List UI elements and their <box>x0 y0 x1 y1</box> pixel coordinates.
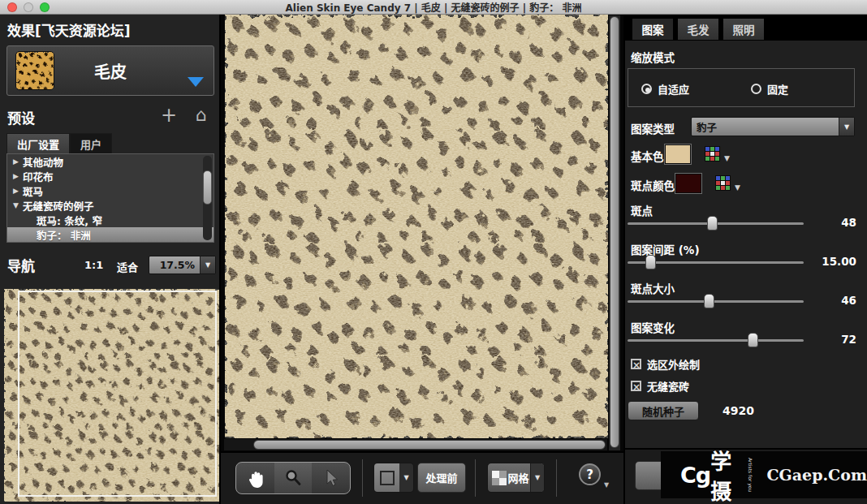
spot-color-palette-arrow-icon[interactable]: ▼ <box>735 183 740 192</box>
tab-user[interactable]: 用户 <box>70 133 112 153</box>
tree-item-label: 豹子： 非洲 <box>37 227 91 243</box>
arrow-tool-button[interactable] <box>312 463 350 493</box>
view-mode-dropdown[interactable]: ▼ <box>373 463 414 493</box>
spacing-slider-thumb[interactable] <box>645 255 656 269</box>
tree-item[interactable]: ▶ 斑马 <box>7 183 214 198</box>
preview-image[interactable] <box>225 15 608 438</box>
spot-size-slider[interactable] <box>628 300 804 303</box>
variation-slider[interactable] <box>628 339 804 342</box>
settings-tabstrip: 图案 毛发 照明 <box>625 15 867 41</box>
title-bar: Alien Skin Eye Candy 7 | 毛皮 | 无缝瓷砖的例子 | … <box>0 0 867 15</box>
checkerboard-icon <box>492 471 507 485</box>
spacing-slider[interactable] <box>628 261 804 264</box>
tree-collapsed-icon[interactable]: ▶ <box>13 172 23 180</box>
close-button[interactable] <box>7 2 17 12</box>
spacing-slider-label: 图案间距 (%) <box>631 241 700 257</box>
help-dropdown-arrow-icon[interactable]: ▼ <box>604 481 609 489</box>
spacing-slider-value: 15.00 <box>808 255 856 268</box>
grid-dropdown-arrow-icon[interactable]: ▼ <box>530 463 544 492</box>
add-preset-icon[interactable]: + <box>159 104 179 127</box>
effect-selector-dropdown[interactable]: 毛皮 <box>6 45 214 96</box>
preset-list-scrollbar-thumb[interactable] <box>203 170 212 205</box>
spot-color-palette-icon[interactable] <box>715 175 731 191</box>
variation-slider-thumb[interactable] <box>748 333 758 347</box>
pattern-type-dropdown[interactable]: 豹子 ▼ <box>691 117 855 136</box>
base-color-swatch[interactable] <box>665 144 691 164</box>
radio-fixed[interactable]: 固定 <box>751 81 788 97</box>
cursor-arrow-icon <box>322 468 340 488</box>
zoom-dropdown-arrow-icon[interactable]: ▼ <box>200 256 215 274</box>
zoom-window-button[interactable] <box>40 2 50 12</box>
preview-horizontal-scrollbar[interactable] <box>224 439 607 450</box>
radio-adaptive[interactable]: 自适应 <box>641 81 689 97</box>
hand-icon <box>244 467 265 489</box>
grid-background-dropdown[interactable]: 网格 ▼ <box>487 463 545 493</box>
view-mode-arrow-icon[interactable]: ▼ <box>399 463 413 492</box>
random-seed-value: 4920 <box>722 404 754 417</box>
navigator-view-rect[interactable] <box>18 291 217 497</box>
presets-header: 预设 <box>7 107 35 127</box>
magnifier-icon <box>283 468 303 488</box>
tab-fur[interactable]: 毛发 <box>677 18 719 41</box>
preview-horizontal-scrollbar-thumb[interactable] <box>253 440 606 450</box>
preview-vertical-scrollbar-thumb[interactable] <box>610 16 619 448</box>
tree-item[interactable]: ▶ 其他动物 <box>7 154 214 169</box>
tool-group <box>235 462 351 494</box>
pattern-type-arrow-icon[interactable]: ▼ <box>839 118 854 136</box>
variation-slider-label: 图案变化 <box>631 319 675 335</box>
settings-panel: 图案 毛发 照明 缩放模式 自适应 固定 图案类型 豹子 ▼ 基本色 <box>623 15 867 504</box>
watermark-site: CGaep.Com <box>766 466 867 484</box>
tree-item-label: 印花布 <box>23 169 54 184</box>
radio-label: 自适应 <box>658 81 689 97</box>
preset-tree: ▶ 其他动物 ▶ 印花布 ▶ 斑马 ▼ 无缝瓷砖的例子 斑马: 条纹, 窄 <box>6 153 214 243</box>
spots-slider[interactable] <box>628 222 804 225</box>
base-color-palette-icon[interactable] <box>705 146 720 162</box>
tree-collapsed-icon[interactable]: ▶ <box>13 187 23 195</box>
draw-outside-selection-checkbox[interactable]: × 选区外绘制 <box>631 356 700 372</box>
tree-item-label: 无缝瓷砖的例子 <box>23 198 94 213</box>
tree-item-label: 斑马 <box>23 183 43 199</box>
tree-item-selected[interactable]: 豹子： 非洲 <box>7 227 214 242</box>
random-seed-button[interactable]: 随机种子 <box>628 401 699 420</box>
checkbox-label: 选区外绘制 <box>647 356 700 372</box>
zoom-mode-label: 缩放模式 <box>631 49 675 65</box>
seamless-tile-checkbox[interactable]: × 无缝瓷砖 <box>631 378 689 394</box>
navigator-thumbnail[interactable] <box>4 289 219 502</box>
tree-item[interactable]: ▼ 无缝瓷砖的例子 <box>7 198 214 213</box>
help-button[interactable]: ? <box>579 463 601 485</box>
before-preview-button[interactable]: 处理前 <box>417 463 466 493</box>
tree-item[interactable]: ▶ 印花布 <box>7 169 214 183</box>
zoom-level-dropdown[interactable]: 17.5% ▼ <box>149 256 216 274</box>
base-color-palette-arrow-icon[interactable]: ▼ <box>724 154 730 162</box>
tab-factory-settings[interactable]: 出厂设置 <box>6 133 70 153</box>
home-icon[interactable]: ⌂ <box>192 105 211 125</box>
watermark: Cg 学摄 Artists for you CGaep.Com <box>661 451 867 498</box>
window-title: Alien Skin Eye Candy 7 | 毛皮 | 无缝瓷砖的例子 | … <box>286 0 582 14</box>
bottom-right-bar: Cg 学摄 Artists for you CGaep.Com <box>625 450 867 504</box>
tree-collapsed-icon[interactable]: ▶ <box>13 157 23 166</box>
actual-size-button[interactable]: 1:1 <box>84 259 103 271</box>
radio-selected-icon <box>641 84 652 94</box>
toolbar-separator <box>362 459 363 497</box>
minimize-button[interactable] <box>24 2 33 12</box>
preview-vertical-scrollbar[interactable] <box>609 15 620 450</box>
zoom-tool-button[interactable] <box>274 463 313 493</box>
watermark-logo-cn: 学摄 <box>710 445 746 504</box>
fit-button[interactable]: 适合 <box>117 259 138 274</box>
spots-slider-thumb[interactable] <box>707 216 718 230</box>
bottom-toolbar: ▼ 处理前 网格 ▼ ? ▼ <box>221 451 623 504</box>
preset-list-scrollbar[interactable] <box>203 156 212 240</box>
tree-expanded-icon[interactable]: ▼ <box>13 201 23 209</box>
hand-tool-button[interactable] <box>236 463 274 493</box>
spot-color-swatch[interactable] <box>675 174 701 193</box>
spot-size-slider-thumb[interactable] <box>704 294 714 308</box>
zoom-level-value: 17.5% <box>149 259 200 271</box>
preset-tabs: 出厂设置 用户 <box>6 133 112 153</box>
tab-pattern[interactable]: 图案 <box>632 18 674 41</box>
spot-color-label: 斑点颜色 <box>631 177 675 193</box>
tab-lighting[interactable]: 照明 <box>722 18 765 41</box>
spots-slider-value: 48 <box>808 216 856 229</box>
app-window: Alien Skin Eye Candy 7 | 毛皮 | 无缝瓷砖的例子 | … <box>0 0 867 504</box>
watermark-logo-latin: Cg <box>680 463 710 488</box>
tree-item[interactable]: 斑马: 条纹, 窄 <box>7 213 214 227</box>
